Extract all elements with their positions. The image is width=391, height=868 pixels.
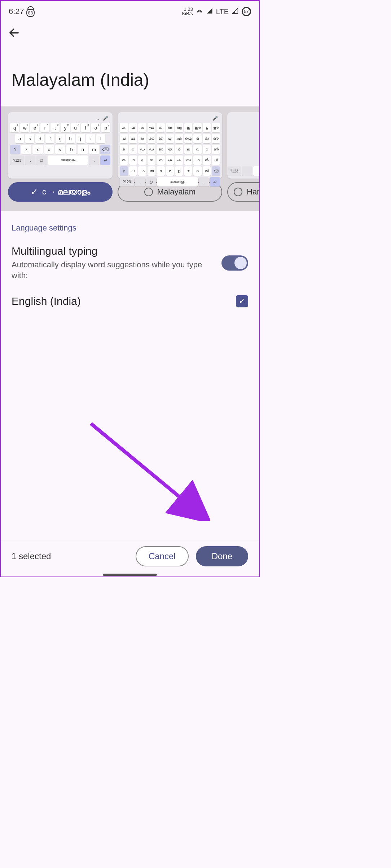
radio-icon: [144, 188, 153, 196]
signal-icon: [206, 8, 213, 16]
backspace-key: ⌫: [100, 145, 110, 154]
section-label: Language settings: [12, 223, 248, 233]
setting-multilingual[interactable]: Multilingual typing Automatically displa…: [12, 245, 248, 281]
chip-label: Malayalam: [157, 187, 196, 197]
check-icon: ✓: [31, 187, 38, 197]
layout-card-handwriting[interactable]: ?123 മലയാളം Hand: [227, 112, 259, 202]
shift-key: ⇧: [10, 145, 20, 154]
check-icon: ✓: [239, 297, 245, 306]
toggle-multilingual[interactable]: [221, 255, 248, 271]
nav-pill[interactable]: [103, 574, 157, 576]
enter-key: ↵: [100, 155, 110, 165]
page-title: Malayalam (India): [1, 48, 259, 106]
lock-badge: 83: [26, 9, 35, 17]
keyboard-preview: ⌄ 🎤 q1 w2 e3 r4 t5 y6 u7 i8 o9 p0 a s d …: [8, 112, 113, 179]
layout-card-native[interactable]: 🎤 കഖഗഘങഅആഇഈഉഊ ചഛജഝഞഎഏഐഒഓഔ ടഠഡഢണയരലവറൺ തഥ…: [118, 112, 222, 202]
checkbox-secondary-language[interactable]: ✓: [236, 295, 248, 307]
done-button[interactable]: Done: [196, 546, 248, 566]
signal-icon-2: [232, 8, 239, 16]
chip-label: Hand: [247, 187, 259, 197]
setting-title: Multilingual typing: [12, 245, 211, 257]
mic-icon: 🎤: [103, 116, 108, 121]
cancel-button[interactable]: Cancel: [136, 546, 189, 566]
arrow-left-icon: [8, 27, 20, 39]
layout-carousel[interactable]: ⌄ 🎤 q1 w2 e3 r4 t5 y6 u7 i8 o9 p0 a s d …: [1, 106, 259, 211]
selected-count: 1 selected: [12, 551, 51, 561]
layout-chip-handwriting[interactable]: Hand: [227, 182, 259, 202]
layout-chip-transliteration[interactable]: ✓ c → മലയാളം: [8, 182, 113, 202]
mic-icon: 🎤: [212, 116, 218, 121]
hotspot-icon: [196, 8, 203, 16]
bottom-bar: 1 selected Cancel Done: [1, 540, 259, 572]
keyboard-preview: 🎤 കഖഗഘങഅആഇഈഉഊ ചഛജഝഞഎഏഐഒഓഔ ടഠഡഢണയരലവറൺ തഥ…: [118, 112, 222, 179]
status-time: 6:27: [9, 7, 24, 16]
network-label: LTE: [216, 8, 229, 16]
battery-icon: 57: [242, 7, 251, 16]
chip-label: c → മലയാളം: [42, 187, 90, 197]
status-bar: 6:27 83 1.23 KiB/s LTE 57: [1, 1, 259, 20]
setting-subtitle: Automatically display word suggestions w…: [12, 259, 211, 281]
svg-line-0: [91, 424, 196, 510]
radio-icon: [234, 188, 242, 196]
emoji-key: ☺: [36, 155, 47, 165]
secondary-language-row[interactable]: English (India) ✓: [12, 295, 248, 307]
back-button[interactable]: [8, 27, 20, 42]
keyboard-preview: ?123 മലയാളം: [227, 112, 259, 179]
chevron-down-icon: ⌄: [96, 116, 100, 121]
annotation-arrow: [87, 420, 210, 521]
net-speed: 1.23 KiB/s: [182, 7, 193, 16]
layout-card-transliteration[interactable]: ⌄ 🎤 q1 w2 e3 r4 t5 y6 u7 i8 o9 p0 a s d …: [8, 112, 113, 202]
secondary-language-label: English (India): [12, 295, 81, 307]
